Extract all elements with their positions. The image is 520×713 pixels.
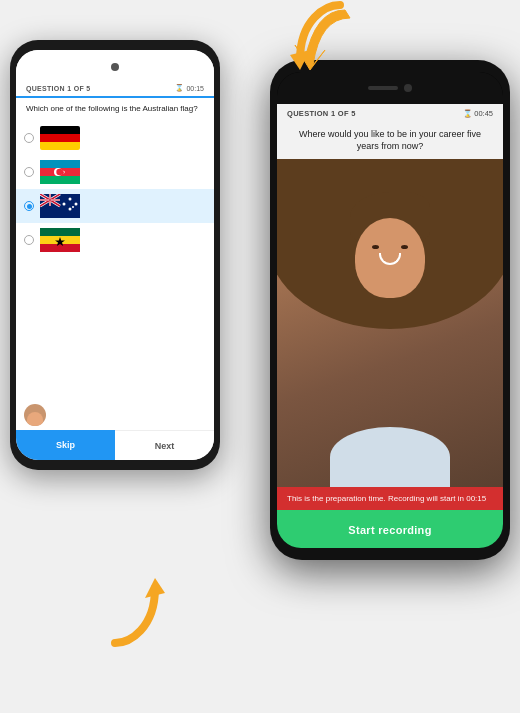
- person-eyes: [372, 245, 408, 249]
- phone2-timer-value: 00:45: [474, 109, 493, 118]
- person-face: [355, 218, 425, 298]
- phone1-device: QUESTION 1 OF 5 ⌛ 00:15 Which one of the…: [10, 40, 220, 470]
- svg-point-20: [63, 203, 66, 206]
- right-eye: [401, 245, 408, 249]
- start-recording-button[interactable]: Start recording: [277, 510, 503, 548]
- phone1-avatar-area: [16, 400, 214, 430]
- phone2-question-text: Where would you like to be in your caree…: [277, 123, 503, 159]
- radio-1[interactable]: [24, 133, 34, 143]
- phone1-timer-value: 00:15: [186, 85, 204, 92]
- phone2-video: [277, 159, 503, 487]
- next-button[interactable]: Next: [115, 430, 214, 460]
- radio-4[interactable]: [24, 235, 34, 245]
- phone2-screen: QUESTION 1 OF 5 ⌛ 00:45 Where would you …: [277, 72, 503, 548]
- svg-point-21: [72, 206, 74, 208]
- phone1-footer: Skip Next: [16, 430, 214, 460]
- phone1-question-text: Which one of the following is the Austra…: [16, 98, 214, 119]
- svg-marker-1: [145, 578, 165, 598]
- flag-germany: [40, 126, 80, 150]
- svg-point-17: [69, 198, 72, 201]
- phone2-timer: ⌛ 00:45: [463, 109, 493, 118]
- svg-rect-22: [40, 228, 80, 236]
- svg-rect-4: [40, 176, 80, 184]
- phone1-option-4[interactable]: [16, 223, 214, 257]
- top-arrow: [285, 0, 365, 80]
- phone1-camera: [111, 63, 119, 71]
- phone1-option-2[interactable]: [16, 155, 214, 189]
- phone2-header: QUESTION 1 OF 5 ⌛ 00:45: [277, 104, 503, 123]
- phone1-screen: QUESTION 1 OF 5 ⌛ 00:15 Which one of the…: [16, 50, 214, 460]
- phone2-prep-bar: This is the preparation time. Recording …: [277, 487, 503, 510]
- phone1-timer: ⌛ 00:15: [175, 84, 204, 92]
- phone1-option-1[interactable]: [16, 121, 214, 155]
- skip-button[interactable]: Skip: [16, 430, 115, 460]
- svg-rect-2: [40, 160, 80, 168]
- bottom-arrow: [95, 573, 175, 653]
- radio-3[interactable]: [24, 201, 34, 211]
- hourglass-icon: ⌛: [175, 84, 184, 92]
- phone1-avatar: [24, 404, 46, 426]
- svg-point-18: [75, 203, 78, 206]
- left-eye: [372, 245, 379, 249]
- svg-point-6: [56, 169, 62, 175]
- radio-2[interactable]: [24, 167, 34, 177]
- svg-point-19: [69, 208, 72, 211]
- phone2-speaker: [368, 86, 398, 90]
- person-smile: [379, 253, 401, 265]
- flag-australia: [40, 194, 80, 218]
- phone1-option-3[interactable]: [16, 189, 214, 223]
- phone2-camera: [404, 84, 412, 92]
- phone1-camera-bar: [16, 50, 214, 80]
- phone2-hourglass-icon: ⌛: [463, 109, 472, 118]
- phone1-question-label: QUESTION 1 OF 5: [26, 85, 90, 92]
- phone2-prep-text: This is the preparation time. Recording …: [287, 493, 493, 504]
- phone1-options: [16, 119, 214, 400]
- flag-ghana: [40, 228, 80, 252]
- svg-rect-16: [50, 194, 51, 206]
- person-shirt: [330, 427, 450, 487]
- phone2-question-label: QUESTION 1 OF 5: [287, 109, 356, 118]
- phone2-device: QUESTION 1 OF 5 ⌛ 00:45 Where would you …: [270, 60, 510, 560]
- flag-azerbaijan: [40, 160, 80, 184]
- phone1-header: QUESTION 1 OF 5 ⌛ 00:15: [16, 80, 214, 98]
- record-button-label: Start recording: [348, 524, 431, 536]
- avatar-body: [27, 412, 43, 426]
- svg-rect-24: [40, 244, 80, 252]
